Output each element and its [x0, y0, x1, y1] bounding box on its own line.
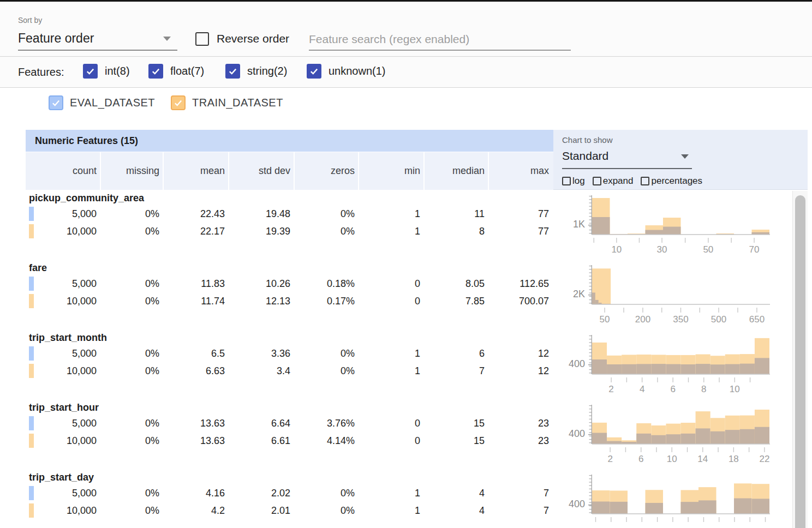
features-label: Features:	[18, 66, 64, 79]
stats-column-header-row: count missing mean std dev zeros min med…	[26, 152, 553, 190]
unknown-checkbox[interactable]	[307, 64, 321, 79]
x-axis-tick-label: 350	[673, 314, 688, 325]
eval-dataset-swatch	[29, 416, 34, 430]
eval-dataset-checkbox[interactable]	[49, 95, 63, 110]
y-axis-tick-label: 1K	[553, 219, 585, 230]
stat-value-count: 5,000	[26, 415, 101, 432]
stat-value-zeros: 4.14%	[295, 432, 359, 449]
histogram-svg: 50200350500650	[588, 264, 785, 328]
y-axis-tick-label: 2K	[553, 289, 585, 300]
stat-value-std-dev: 2.02	[229, 484, 295, 502]
chart-option-row: log expand percentages	[562, 176, 702, 187]
percentages-label: percentages	[651, 176, 702, 187]
train-dataset-checkbox[interactable]	[171, 95, 186, 110]
stat-value-mean: 13.63	[164, 432, 229, 449]
filter-int-label: int(8)	[105, 65, 130, 77]
stat-value-std-dev: 19.39	[229, 223, 295, 240]
feature-chart-trip_start_hour: 4002610141822	[553, 400, 789, 470]
stat-value-median: 8.05	[425, 275, 489, 292]
stat-value-max: 23	[489, 432, 553, 449]
stat-value-max: 12	[489, 345, 553, 362]
stat-value-missing: 0%	[101, 432, 164, 449]
chart-type-dropdown[interactable]: Standard	[562, 147, 692, 169]
reverse-order-checkbox[interactable]	[195, 32, 209, 46]
stat-value-median: 7.85	[425, 292, 489, 310]
feature-chart-pickup_community_area: 1K10305070	[553, 191, 789, 261]
column-header-stddev: std dev	[229, 152, 295, 190]
checkmark-icon	[309, 67, 319, 76]
log-checkbox[interactable]	[562, 177, 571, 185]
histogram-svg: 246810	[588, 334, 785, 398]
train-dataset-swatch	[29, 503, 34, 518]
stat-value-min: 1	[359, 502, 425, 519]
train-dataset-swatch	[29, 294, 34, 308]
feature-search-input[interactable]	[309, 29, 571, 50]
stat-value-zeros: 0%	[295, 205, 359, 223]
column-header-missing: missing	[101, 152, 164, 190]
stats-row-eval_dataset: 5,0000%11.8310.260.18%08.05112.65	[26, 275, 553, 292]
stat-value-count: 10,000	[26, 362, 101, 380]
stat-value-missing: 0%	[101, 292, 164, 310]
stats-row-train_dataset: 10,0000%4.22.010%147	[26, 502, 553, 519]
feature-block-trip_start_hour: trip_start_hour5,0000%13.636.643.76%0152…	[26, 400, 553, 470]
expand-checkbox[interactable]	[593, 177, 601, 185]
stat-value-min: 0	[359, 432, 425, 449]
stat-value-median: 15	[425, 415, 489, 432]
checkmark-icon	[86, 67, 95, 76]
histogram-svg: 10305070	[588, 194, 785, 259]
y-axis-tick-label: 400	[553, 358, 585, 370]
checkmark-icon	[51, 98, 61, 107]
stat-value-missing: 0%	[101, 223, 164, 240]
facets-overview-app: Sort by Feature order Reverse order Feat…	[0, 0, 812, 528]
stat-value-max: 700.07	[489, 292, 553, 310]
stat-value-missing: 0%	[101, 275, 164, 292]
stat-value-std-dev: 3.36	[229, 345, 295, 362]
feature-name: fare	[26, 261, 553, 275]
log-label: log	[572, 176, 585, 187]
x-axis-tick-label: 22	[759, 454, 769, 464]
feature-name: trip_start_hour	[26, 400, 553, 415]
x-axis-tick-label: 4	[640, 384, 644, 394]
stat-value-mean: 11.74	[164, 292, 229, 310]
chart-to-show-label: Chart to show	[562, 135, 613, 145]
train-dataset-swatch	[29, 364, 34, 378]
x-axis-tick-label: 2	[607, 454, 612, 464]
train-dataset-label: TRAIN_DATASET	[192, 97, 283, 109]
filter-int: int(8)	[83, 64, 130, 79]
x-axis-tick-label: 18	[729, 454, 739, 464]
stat-value-std-dev: 6.61	[229, 432, 295, 449]
histogram-svg: 2610141822	[588, 404, 785, 468]
stat-value-zeros: 0%	[295, 484, 359, 502]
stat-value-count: 5,000	[26, 484, 101, 502]
stat-value-zeros: 0%	[295, 502, 359, 519]
stat-value-std-dev: 10.26	[229, 275, 295, 292]
stat-value-median: 4	[425, 484, 489, 502]
stat-value-min: 1	[359, 205, 425, 223]
sort-by-dropdown[interactable]: Feature order	[18, 29, 177, 51]
percentages-checkbox[interactable]	[641, 177, 649, 185]
feature-chart-fare: 2K50200350500650	[553, 261, 789, 331]
reverse-order-label: Reverse order	[217, 32, 289, 45]
string-checkbox[interactable]	[225, 64, 240, 79]
train-dataset-swatch	[29, 434, 34, 448]
feature-block-trip_start_day: trip_start_day5,0000%4.162.020%14710,000…	[26, 470, 553, 528]
int-checkbox[interactable]	[83, 64, 98, 79]
stat-value-mean: 22.43	[164, 205, 229, 223]
stats-row-train_dataset: 10,0000%6.633.40%1712	[26, 362, 553, 380]
vertical-scrollbar-thumb[interactable]	[795, 195, 805, 528]
vertical-scrollbar-track[interactable]	[792, 191, 808, 528]
feature-block-fare: fare5,0000%11.8310.260.18%08.05112.6510,…	[26, 261, 553, 331]
stat-value-std-dev: 12.13	[229, 292, 295, 310]
stat-value-min: 1	[359, 223, 425, 240]
x-axis-tick-label: 2	[608, 384, 613, 394]
stats-row-eval_dataset: 5,0000%4.162.020%147	[26, 484, 553, 502]
filter-unknown-label: unknown(1)	[329, 65, 386, 77]
stat-value-max: 23	[489, 415, 553, 432]
stats-row-train_dataset: 10,0000%22.1719.390%1877	[26, 223, 553, 240]
dropdown-arrow-icon	[163, 37, 171, 41]
stat-value-median: 11	[425, 205, 489, 223]
expand-label: expand	[603, 176, 634, 187]
float-checkbox[interactable]	[148, 64, 163, 79]
filter-float-label: float(7)	[170, 65, 204, 77]
stat-value-missing: 0%	[101, 484, 164, 502]
